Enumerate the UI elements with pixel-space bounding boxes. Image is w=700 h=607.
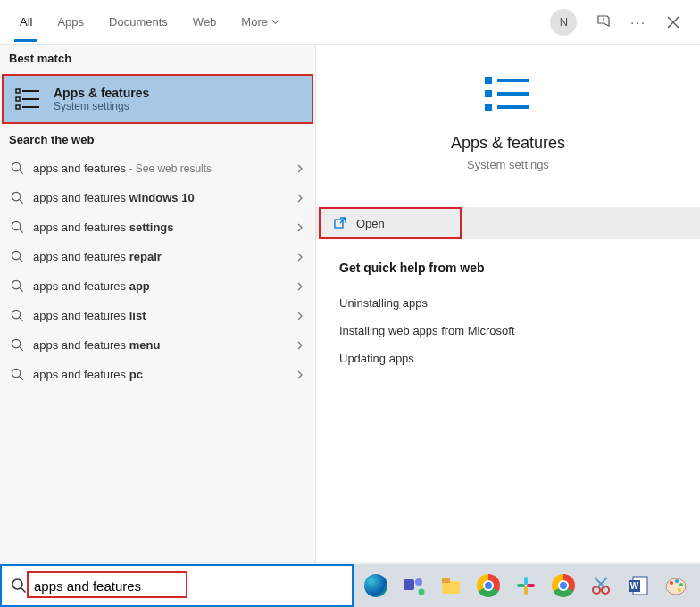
svg-point-6: [12, 162, 20, 170]
taskbar-snip-icon[interactable]: [586, 570, 616, 601]
feedback-icon[interactable]: [595, 13, 612, 31]
more-options-icon[interactable]: ···: [630, 15, 646, 29]
svg-rect-4: [16, 105, 20, 109]
chevron-right-icon: [296, 253, 304, 262]
best-match-result[interactable]: Apps & features System settings: [2, 74, 313, 124]
svg-text:W: W: [630, 581, 639, 591]
help-link-uninstall[interactable]: Uninstalling apps: [339, 289, 677, 317]
svg-point-51: [678, 588, 681, 592]
search-box[interactable]: [0, 564, 354, 607]
web-result-item[interactable]: apps and features repair: [0, 242, 315, 271]
web-result-text: apps and features menu: [33, 338, 288, 352]
svg-rect-37: [517, 584, 525, 587]
svg-rect-39: [527, 584, 535, 587]
search-icon: [11, 279, 24, 293]
search-icon: [11, 338, 24, 352]
open-button[interactable]: Open: [319, 207, 462, 239]
best-match-text: Apps & features System settings: [54, 86, 149, 112]
web-result-item[interactable]: apps and features app: [0, 271, 315, 301]
tab-more-label: More: [241, 15, 268, 29]
web-search-header: Search the web: [0, 126, 315, 154]
web-result-text: apps and features list: [33, 309, 288, 322]
svg-rect-31: [404, 579, 414, 590]
svg-line-11: [20, 229, 23, 233]
taskbar-chrome2-icon[interactable]: [548, 570, 579, 601]
svg-point-18: [12, 339, 20, 347]
svg-point-12: [12, 251, 20, 259]
svg-line-30: [21, 588, 26, 593]
taskbar: W: [354, 564, 700, 607]
svg-rect-2: [16, 97, 20, 101]
scope-tabs: All Apps Documents Web More: [9, 3, 550, 41]
main-content: Best match Apps & features System settin…: [0, 45, 700, 562]
help-link-install[interactable]: Installing web apps from Microsoft: [339, 317, 677, 345]
taskbar-teams-icon[interactable]: [398, 570, 429, 601]
search-icon: [11, 162, 24, 175]
tab-web[interactable]: Web: [182, 3, 228, 41]
search-input[interactable]: [34, 566, 343, 605]
web-result-item[interactable]: apps and features menu: [0, 330, 315, 360]
tab-more[interactable]: More: [230, 3, 290, 41]
taskbar-edge-icon[interactable]: [361, 570, 391, 601]
close-icon[interactable]: [664, 13, 682, 31]
svg-point-33: [419, 589, 425, 595]
search-icon: [11, 191, 24, 204]
chevron-right-icon: [296, 312, 304, 320]
svg-line-17: [20, 318, 23, 321]
help-title: Get quick help from web: [339, 261, 677, 275]
top-right-controls: N ···: [550, 9, 691, 36]
web-result-item[interactable]: apps and features - See web results: [0, 154, 315, 183]
web-result-item[interactable]: apps and features settings: [0, 212, 315, 242]
chevron-right-icon: [296, 282, 304, 291]
svg-line-15: [20, 288, 23, 292]
open-label: Open: [356, 217, 385, 230]
svg-rect-38: [524, 586, 528, 595]
svg-rect-34: [442, 581, 460, 594]
chevron-down-icon: [271, 18, 279, 26]
search-icon: [11, 220, 24, 234]
web-result-text: apps and features pc: [33, 368, 288, 381]
search-icon: [11, 309, 24, 322]
svg-line-21: [20, 377, 23, 380]
svg-point-14: [12, 280, 20, 288]
chevron-right-icon: [296, 370, 304, 379]
chevron-right-icon: [296, 223, 304, 232]
svg-point-10: [12, 221, 20, 229]
taskbar-paint-icon[interactable]: [661, 570, 691, 601]
web-results-list: apps and features - See web results apps…: [0, 154, 315, 389]
svg-point-16: [12, 310, 20, 318]
best-match-subtitle: System settings: [54, 100, 149, 112]
taskbar-explorer-icon[interactable]: [436, 570, 466, 601]
svg-point-8: [12, 192, 20, 200]
tab-apps[interactable]: Apps: [46, 3, 95, 41]
svg-point-20: [12, 369, 20, 377]
search-icon: [11, 368, 24, 381]
svg-line-7: [20, 170, 23, 174]
preview-title: Apps & features: [451, 134, 565, 153]
svg-point-49: [675, 579, 679, 583]
web-result-text: apps and features windows 10: [33, 191, 288, 204]
open-external-icon: [333, 216, 347, 230]
web-result-text: apps and features - See web results: [33, 162, 288, 175]
web-result-item[interactable]: apps and features windows 10: [0, 183, 315, 212]
chevron-right-icon: [296, 164, 304, 173]
svg-point-32: [415, 578, 422, 586]
web-result-item[interactable]: apps and features list: [0, 301, 315, 330]
user-avatar[interactable]: N: [550, 9, 577, 36]
svg-line-9: [20, 200, 23, 204]
tab-all[interactable]: All: [9, 3, 43, 41]
taskbar-chrome-icon[interactable]: [473, 570, 504, 601]
taskbar-slack-icon[interactable]: [511, 570, 541, 601]
taskbar-word-icon[interactable]: W: [623, 570, 654, 601]
web-result-text: apps and features app: [33, 279, 288, 293]
tab-documents[interactable]: Documents: [98, 3, 179, 41]
results-panel: Best match Apps & features System settin…: [0, 45, 316, 562]
preview-panel: Apps & features System settings Open Get…: [316, 45, 700, 562]
actions-strip: Open: [316, 207, 700, 239]
chevron-right-icon: [296, 194, 304, 203]
web-result-item[interactable]: apps and features pc: [0, 360, 315, 389]
svg-point-48: [670, 581, 673, 585]
help-section: Get quick help from web Uninstalling app…: [316, 239, 700, 394]
help-link-update[interactable]: Updating apps: [339, 345, 677, 372]
svg-rect-35: [442, 578, 450, 583]
